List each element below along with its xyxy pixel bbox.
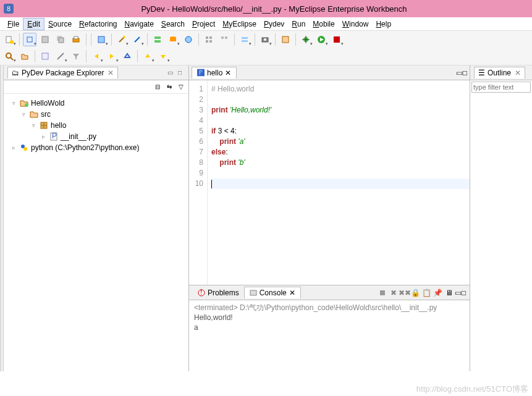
menu-source[interactable]: Source [44, 19, 75, 30]
console-output: a [194, 322, 465, 332]
pin-icon[interactable]: 📌 [433, 287, 444, 298]
svg-rect-7 [74, 36, 78, 39]
svg-text:P: P [52, 132, 57, 140]
forward-icon[interactable]: ▾ [105, 49, 119, 63]
server-icon[interactable] [151, 33, 164, 46]
tree-node[interactable]: ▿HelloWold [6, 98, 186, 109]
tree-node[interactable]: ▹python (C:\Python27\python.exe) [6, 142, 186, 153]
console-body[interactable]: <terminated> D:\气功\Python\python_code\He… [189, 300, 470, 371]
menu-navigate[interactable]: Navigate [120, 19, 157, 30]
tree-icon: 🗂 [12, 69, 19, 77]
svg-point-10 [123, 36, 125, 38]
svg-marker-38 [73, 54, 79, 59]
menu-pydev[interactable]: Pydev [260, 19, 288, 30]
run-icon[interactable]: ▾ [315, 33, 328, 46]
collapse-icon[interactable]: ⊟ [153, 82, 163, 92]
bottom-max-icon[interactable]: □ [462, 289, 466, 297]
module-icon[interactable] [279, 33, 292, 46]
new-icon[interactable]: ▾ [2, 33, 16, 46]
folder-icon[interactable] [18, 49, 32, 63]
close-icon[interactable]: ✕ [515, 69, 521, 77]
menu-file[interactable]: File [4, 19, 23, 30]
print-icon[interactable] [69, 33, 83, 46]
grid2-icon[interactable] [217, 33, 231, 46]
camera-icon[interactable]: ▾ [258, 33, 272, 46]
menu-refactoring[interactable]: Refactoring [75, 19, 120, 30]
menu-mobile[interactable]: Mobile [309, 19, 338, 30]
remove-launch-icon[interactable]: ✖ [388, 287, 399, 298]
menu-edit[interactable]: Edit [23, 18, 44, 30]
outline-filter-input[interactable] [471, 82, 531, 93]
menu-myeclipse[interactable]: MyEclipse [219, 19, 260, 30]
save-icon[interactable] [38, 33, 52, 46]
package-explorer-tab[interactable]: 🗂 PyDev Package Explorer ✕ [7, 67, 118, 78]
minimize-icon[interactable]: ▭ [166, 69, 174, 77]
tab-console[interactable]: Console✕ [244, 287, 301, 298]
outline-tab[interactable]: ☰ Outline ✕ [474, 67, 525, 78]
clear-icon[interactable]: 📋 [421, 287, 433, 298]
prev-ann-icon[interactable]: ▾ [141, 49, 154, 63]
svg-rect-22 [225, 36, 227, 39]
console-icon [250, 289, 257, 297]
editor-min-icon[interactable]: ▭ [456, 69, 463, 77]
svg-marker-43 [161, 55, 166, 59]
wand2-icon[interactable]: ▾ [130, 33, 144, 46]
menu-project[interactable]: Project [188, 19, 219, 30]
back-icon[interactable]: ▾ [90, 49, 103, 63]
grid1-icon[interactable] [202, 33, 216, 46]
terminate-icon[interactable] [377, 287, 388, 298]
svg-point-44 [25, 103, 28, 107]
menu-window[interactable]: Window [339, 19, 373, 30]
problems-icon: ! [198, 289, 205, 297]
tab-problems[interactable]: !Problems [193, 287, 244, 298]
globe-icon[interactable] [182, 33, 195, 46]
view-menu-icon[interactable]: ▽ [176, 82, 186, 92]
menu-search[interactable]: Search [158, 19, 188, 30]
tree-node[interactable]: ▹P__init__.py [6, 131, 186, 142]
nav-icon[interactable] [38, 49, 52, 63]
wand-icon[interactable]: ▾ [115, 33, 129, 46]
svg-rect-5 [59, 38, 64, 43]
debug-icon[interactable]: ▾ [299, 33, 313, 46]
editor-max-icon[interactable]: □ [463, 69, 467, 77]
search-icon[interactable]: ▾ [2, 49, 16, 63]
close-icon[interactable]: ✕ [225, 69, 231, 77]
window-title: PyDev - HelloWold/src/hello/__init__.py … [20, 4, 528, 14]
close-icon[interactable]: ✕ [289, 289, 295, 297]
project-tree[interactable]: ▿HelloWold▿src▿hello▹P__init__.py▹python… [4, 94, 188, 371]
svg-text:!: ! [200, 289, 202, 297]
link-icon[interactable]: ▾ [23, 33, 36, 46]
tree-node[interactable]: ▿src [6, 109, 186, 120]
svg-rect-2 [27, 37, 32, 42]
db-icon[interactable]: ▾ [166, 33, 180, 46]
svg-point-16 [185, 36, 192, 43]
title-bar: 8 PyDev - HelloWold/src/hello/__init__.p… [0, 0, 532, 17]
svg-rect-17 [206, 36, 208, 39]
filter-icon[interactable] [69, 49, 83, 63]
scroll-lock-icon[interactable]: 🔒 [410, 287, 421, 298]
up-icon[interactable] [120, 49, 134, 63]
next-ann-icon[interactable]: ▾ [156, 49, 170, 63]
remove-all-icon[interactable]: ✖✖ [399, 287, 410, 298]
ext-tools-icon[interactable]: ▾ [330, 33, 344, 46]
editor-tab-label: hello [207, 69, 222, 77]
tree-node[interactable]: ▿hello [6, 120, 186, 131]
save-all-icon[interactable] [54, 33, 67, 46]
tree-label: __init__.py [61, 132, 96, 141]
close-icon[interactable]: ✕ [108, 69, 114, 77]
code-content[interactable]: # Hello,worldprint 'Hello,world!'if 3 < … [208, 80, 470, 285]
code-editor[interactable]: 12345678910 # Hello,worldprint 'Hello,wo… [189, 80, 470, 285]
menu-run[interactable]: Run [288, 19, 309, 30]
svg-rect-3 [42, 36, 48, 43]
display-icon[interactable]: 🖥 [444, 287, 455, 298]
stack-icon[interactable]: ▾ [238, 33, 251, 46]
outline-label: Outline [488, 69, 511, 77]
maximize-icon[interactable]: □ [175, 69, 184, 77]
svg-rect-15 [170, 38, 176, 41]
tool-icon[interactable]: ▾ [54, 49, 67, 63]
bottom-min-icon[interactable]: ▭ [455, 289, 462, 297]
link-editor-icon[interactable]: ⇆ [164, 82, 174, 92]
book-icon[interactable]: ▾ [95, 33, 108, 46]
editor-tab-hello[interactable]: 🅿 hello ✕ [192, 67, 237, 78]
menu-help[interactable]: Help [372, 19, 395, 30]
